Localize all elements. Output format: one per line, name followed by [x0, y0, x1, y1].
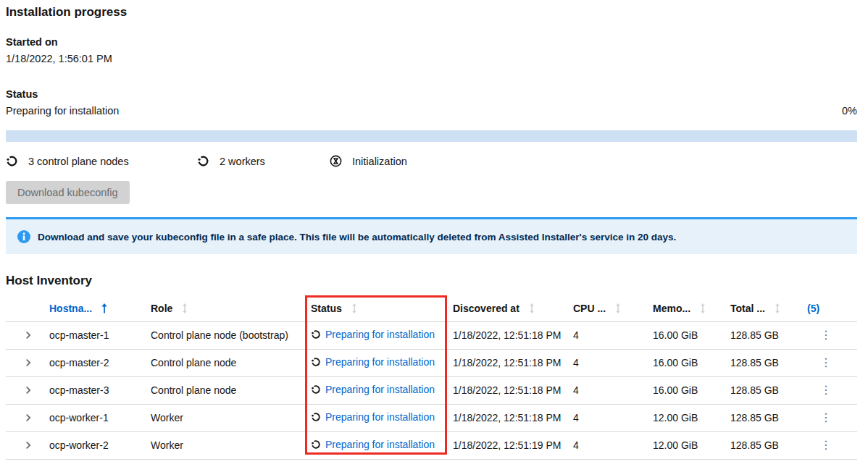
column-header-role[interactable]: Role [145, 295, 305, 321]
status-value: Preparing for installation [6, 105, 119, 117]
total-storage-cell: 128.85 GB [725, 376, 801, 404]
indicator-control-plane-nodes: 3 control plane nodes [6, 155, 197, 167]
in-progress-spinner-icon [311, 384, 321, 395]
cpu-cell: 4 [567, 376, 647, 404]
started-on-group: Started on 1/18/2022, 1:56:01 PM [6, 36, 857, 65]
in-progress-spinner-icon [197, 155, 209, 167]
column-header-discovered-at[interactable]: Discovered at [447, 295, 567, 321]
alert-message: Download and save your kubeconfig file i… [38, 231, 676, 243]
cpu-cell: 4 [567, 349, 647, 376]
host-status-link[interactable]: Preparing for installation [311, 439, 435, 450]
page-title: Installation progress [6, 4, 857, 20]
sort-icon[interactable] [528, 303, 535, 313]
discovered-at-cell: 1/18/2022, 12:51:18 PM [447, 376, 567, 404]
column-header-status[interactable]: Status [305, 295, 447, 321]
table-row: ocp-worker-2 Worker Preparing for instal… [6, 431, 857, 459]
total-storage-cell: 128.85 GB [725, 404, 801, 431]
total-storage-cell: 128.85 GB [725, 349, 801, 376]
table-row: ocp-worker-1 Worker Preparing for instal… [6, 404, 857, 431]
expand-row-button[interactable] [23, 330, 33, 340]
started-on-label: Started on [6, 36, 857, 49]
role-cell: Worker [145, 431, 305, 459]
host-inventory-title: Host Inventory [6, 273, 857, 289]
sort-ascending-icon[interactable] [101, 303, 108, 313]
indicator-label: 3 control plane nodes [28, 156, 129, 167]
in-progress-spinner-icon [311, 357, 321, 367]
cpu-cell: 4 [567, 404, 647, 431]
memory-cell: 12.00 GiB [647, 404, 725, 431]
pending-hourglass-icon [330, 155, 342, 167]
in-progress-spinner-icon [311, 412, 321, 422]
started-on-value: 1/18/2022, 1:56:01 PM [6, 53, 857, 65]
hostname-cell: ocp-worker-2 [43, 431, 145, 459]
indicator-initialization: Initialization [330, 155, 407, 167]
download-kubeconfig-button[interactable]: Download kubeconfig [6, 181, 130, 204]
host-status-link[interactable]: Preparing for installation [311, 411, 435, 423]
sort-icon[interactable] [351, 303, 358, 313]
column-header-memory[interactable]: Memo... [647, 295, 725, 321]
cpu-cell: 4 [567, 321, 647, 349]
memory-cell: 16.00 GiB [647, 376, 725, 404]
memory-cell: 12.00 GiB [647, 431, 725, 459]
kubeconfig-info-alert: Download and save your kubeconfig file i… [6, 217, 857, 254]
row-kebab-menu-button[interactable]: ⋮ [816, 383, 836, 397]
chevron-right-icon [25, 332, 32, 339]
host-inventory-table-wrap: Hostna... Role Status [6, 295, 857, 460]
role-cell: Control plane node [145, 349, 305, 376]
status-group: Status Preparing for installation 0% [6, 88, 857, 117]
total-storage-cell: 128.85 GB [725, 431, 801, 459]
role-cell: Control plane node (bootstrap) [145, 321, 305, 349]
in-progress-spinner-icon [311, 329, 321, 340]
status-cell: Preparing for installation [305, 321, 447, 349]
indicator-label: 2 workers [220, 156, 265, 167]
discovered-at-cell: 1/18/2022, 12:51:18 PM [447, 349, 567, 376]
column-header-host-count[interactable]: (5) [801, 295, 857, 321]
discovered-at-cell: 1/18/2022, 12:51:18 PM [447, 321, 567, 349]
chevron-right-icon [25, 387, 32, 394]
progress-bar [6, 130, 857, 142]
chevron-right-icon [25, 359, 32, 366]
expand-row-button[interactable] [23, 413, 33, 423]
hostname-cell: ocp-master-1 [43, 321, 145, 349]
status-cell: Preparing for installation [305, 376, 447, 404]
role-cell: Worker [145, 404, 305, 431]
column-header-total-storage[interactable]: Total ... [725, 295, 801, 321]
expand-row-button[interactable] [23, 385, 33, 395]
table-row: ocp-master-1 Control plane node (bootstr… [6, 321, 857, 349]
row-kebab-menu-button[interactable]: ⋮ [816, 410, 836, 425]
host-status-link[interactable]: Preparing for installation [311, 329, 435, 340]
expand-row-button[interactable] [23, 440, 33, 450]
host-inventory-table: Hostna... Role Status [6, 295, 857, 460]
in-progress-spinner-icon [311, 439, 321, 450]
table-row: ocp-master-2 Control plane node Preparin… [6, 349, 857, 376]
status-cell: Preparing for installation [305, 431, 447, 459]
progress-indicators: 3 control plane nodes 2 workers Initiali… [6, 155, 857, 167]
table-header-row: Hostna... Role Status [6, 295, 857, 321]
table-row: ocp-master-3 Control plane node Preparin… [6, 376, 857, 404]
row-kebab-menu-button[interactable]: ⋮ [816, 438, 836, 452]
hostname-cell: ocp-master-3 [43, 376, 145, 404]
row-kebab-menu-button[interactable]: ⋮ [816, 355, 836, 370]
indicator-workers: 2 workers [197, 155, 330, 167]
host-status-link[interactable]: Preparing for installation [311, 356, 435, 368]
sort-icon[interactable] [614, 303, 622, 313]
chevron-right-icon [25, 414, 32, 421]
status-cell: Preparing for installation [305, 404, 447, 431]
chevron-right-icon [25, 442, 32, 449]
hostname-cell: ocp-master-2 [43, 349, 145, 376]
in-progress-spinner-icon [6, 155, 18, 167]
status-label: Status [6, 88, 857, 101]
sort-icon[interactable] [699, 303, 706, 313]
column-header-hostname[interactable]: Hostna... [43, 295, 145, 321]
status-cell: Preparing for installation [305, 349, 447, 376]
sort-icon[interactable] [774, 303, 781, 313]
row-kebab-menu-button[interactable]: ⋮ [816, 328, 836, 342]
sort-icon[interactable] [181, 303, 188, 313]
host-status-link[interactable]: Preparing for installation [311, 384, 435, 395]
expand-row-button[interactable] [23, 358, 33, 368]
column-header-cpu[interactable]: CPU ... [567, 295, 647, 321]
progress-percent: 0% [842, 105, 857, 117]
hostname-cell: ocp-worker-1 [43, 404, 145, 431]
header-expand-spacer [6, 295, 43, 321]
discovered-at-cell: 1/18/2022, 12:51:18 PM [447, 404, 567, 431]
